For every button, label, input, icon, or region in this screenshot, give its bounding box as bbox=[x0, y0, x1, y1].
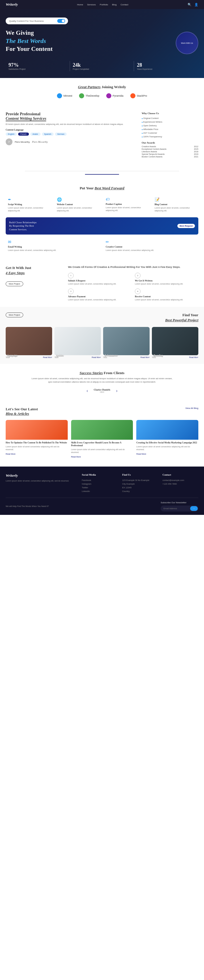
partner-pyramida[interactable]: Pyramida bbox=[106, 93, 124, 98]
portfolio-right: Find Your Best Powerful Project bbox=[165, 313, 198, 323]
services-heading: Put Your Best Word Forward bbox=[6, 186, 198, 191]
blog-read-3[interactable]: Read More bbox=[136, 453, 146, 455]
nav-links: Home Services Portfolio Blog Contact bbox=[77, 3, 129, 6]
footer-addr-4: Country bbox=[122, 490, 158, 493]
footer-top: Writerly Lorem ipsum dolor sit amet, con… bbox=[6, 473, 198, 493]
lang-french[interactable]: French bbox=[18, 132, 29, 136]
blog-card-2: Skills Every Copywriter Should Learn To … bbox=[71, 420, 133, 460]
testimonials-heading: Success Stories From Clients bbox=[6, 371, 198, 375]
blog-section: Let's See Our Latest Blog & Articles Vie… bbox=[0, 400, 204, 466]
lang-german[interactable]: German bbox=[55, 132, 67, 136]
articles-label: Articles bbox=[56, 354, 64, 356]
email-icon: ✉ bbox=[8, 240, 98, 245]
blog-read-1[interactable]: Read More bbox=[6, 453, 16, 455]
footer-bottom: We will Help Find The Words When You Nee… bbox=[6, 498, 198, 511]
hero-heading: We Giving The Best Words For Your Conten… bbox=[6, 29, 173, 53]
develop-icon bbox=[79, 93, 84, 98]
author-signature: Piers Mccarthy bbox=[32, 140, 48, 143]
newsletter-label: Subscribe Our Newsletter bbox=[161, 501, 198, 504]
user-icon[interactable]: 👤 bbox=[194, 3, 198, 6]
step-num-1: 1 bbox=[68, 273, 74, 278]
steps-section: Get It With Just 4 Easy Steps More Proje… bbox=[0, 260, 204, 307]
hero-search-bar: Quality Content For Your Business bbox=[6, 18, 68, 24]
branding-read[interactable]: Read More bbox=[189, 356, 198, 358]
footer-linkedin[interactable]: LinkedIn bbox=[82, 490, 117, 493]
divider-line bbox=[25, 171, 179, 171]
lang-spanish[interactable]: Spanish bbox=[42, 132, 53, 136]
professional-right: Why Choose Us Original Content Experienc… bbox=[142, 112, 198, 158]
step-title-3: Advance Payment bbox=[68, 295, 132, 298]
portfolio-item-articles: Articles 2020 Read More bbox=[55, 327, 101, 358]
client-title: CEO bbox=[94, 391, 111, 393]
work-with-us-label: Work With Us bbox=[181, 42, 193, 44]
search-label: Quality Content For Your Business bbox=[9, 20, 57, 22]
client-name: Clarice Daniels bbox=[94, 388, 111, 391]
hero-circle[interactable]: Work With Us bbox=[176, 32, 198, 54]
award-3: Literature Awards2018 bbox=[142, 150, 198, 153]
hero-content: We Giving The Best Words For Your Conten… bbox=[6, 29, 198, 54]
divider-section bbox=[0, 162, 204, 180]
campaign-read[interactable]: Read More bbox=[43, 356, 52, 358]
nav-home[interactable]: Home bbox=[77, 3, 83, 6]
footer-twitter[interactable]: Twitter bbox=[82, 486, 117, 490]
articles-read[interactable]: Read More bbox=[92, 356, 101, 358]
step-4: 4 Receive Content Lorem ipsum dolor sit … bbox=[135, 288, 198, 301]
nav-icons: 🔍 👤 bbox=[188, 3, 198, 6]
view-all-blog-link[interactable]: View All Blog bbox=[185, 407, 198, 409]
minvest-icon bbox=[57, 93, 62, 98]
nav-services[interactable]: Services bbox=[87, 3, 96, 6]
more-request-button[interactable]: More Request bbox=[177, 224, 195, 228]
toggle-switch[interactable] bbox=[57, 19, 65, 23]
portfolio-more-button[interactable]: More Project bbox=[6, 313, 23, 317]
footer-find-us: Find Us 123 Example St No Example City E… bbox=[122, 473, 158, 493]
steps-right: We Create All Forms Of Creative & Profes… bbox=[68, 265, 198, 301]
footer-instagram[interactable]: Instagram bbox=[82, 482, 117, 486]
product-icon: 🏷 bbox=[106, 197, 147, 202]
lang-arabic[interactable]: Arabic bbox=[31, 132, 40, 136]
search-icon[interactable]: 🔍 bbox=[188, 3, 191, 6]
email-desc: Lorem ipsum dolor sit amet, consectetur … bbox=[8, 249, 98, 252]
footer-facebook[interactable]: Facebook bbox=[82, 479, 117, 482]
ecommerce-read[interactable]: Read More bbox=[141, 356, 149, 358]
nav-blog[interactable]: Blog bbox=[112, 3, 116, 6]
pyramida-label: Pyramida bbox=[113, 94, 124, 97]
testimonials-section: Success Stories From Clients Lorem ipsum… bbox=[0, 364, 204, 400]
footer-social: Social Media Facebook Instagram Twitter … bbox=[82, 473, 117, 493]
step-num-3: 3 bbox=[68, 288, 74, 294]
partner-thedevelop[interactable]: TheDevelop bbox=[79, 93, 100, 98]
next-testimonial-button[interactable]: › bbox=[116, 388, 117, 393]
campaign-image bbox=[6, 327, 52, 355]
website-title: Website Content bbox=[57, 203, 99, 206]
blog-read-2[interactable]: Read More bbox=[71, 456, 81, 458]
newsletter-input[interactable] bbox=[164, 507, 190, 510]
footer-social-links: Facebook Instagram Twitter LinkedIn bbox=[82, 479, 117, 493]
pyramida-icon bbox=[106, 93, 111, 98]
newsletter-submit-button[interactable]: → bbox=[190, 506, 198, 511]
step-title-4: Receive Content bbox=[135, 295, 198, 298]
why-item-2: Experienced Writers bbox=[142, 120, 198, 124]
lang-english[interactable]: English bbox=[6, 132, 17, 136]
stat-num-2: 24k bbox=[73, 62, 132, 68]
footer-phone[interactable]: +123 456 7890 bbox=[163, 482, 198, 486]
prev-testimonial-button[interactable]: ‹ bbox=[87, 388, 88, 393]
awards-section: Our Awards Creative Awards2012 Exception… bbox=[142, 141, 198, 158]
service-banner: Build Closer Relationships By Requesting… bbox=[6, 217, 198, 235]
partner-minvest[interactable]: Minvest bbox=[57, 93, 72, 98]
script-title: Script Writing bbox=[8, 203, 50, 206]
footer-email[interactable]: contact@example.com bbox=[163, 479, 198, 482]
portfolio-heading: Find Your Best Powerful Project bbox=[165, 313, 198, 323]
stat-satisfaction: 97% Satisfaction Project bbox=[6, 60, 70, 72]
stat-projects: 24k Project Completed bbox=[70, 60, 134, 72]
step-num-2: 2 bbox=[135, 273, 141, 278]
hero-section: Quality Content For Your Business We Giv… bbox=[0, 9, 204, 78]
step-desc-1: Lorem ipsum dolor sit amet, consectetur … bbox=[68, 283, 132, 285]
portfolio-item-branding: Branding 2022 Read More bbox=[152, 327, 198, 358]
portfolio-header: More Project Find Your Best Powerful Pro… bbox=[6, 313, 198, 323]
nav-contact[interactable]: Contact bbox=[120, 3, 129, 6]
client-info: Clarice Daniels CEO bbox=[94, 388, 111, 393]
partner-stackpro[interactable]: StackPro bbox=[130, 93, 147, 98]
footer-social-title: Social Media bbox=[82, 473, 117, 476]
nav-logo[interactable]: Writerly bbox=[6, 2, 18, 7]
nav-portfolio[interactable]: Portfolio bbox=[100, 3, 108, 6]
more-project-button[interactable]: More Project bbox=[6, 282, 23, 286]
